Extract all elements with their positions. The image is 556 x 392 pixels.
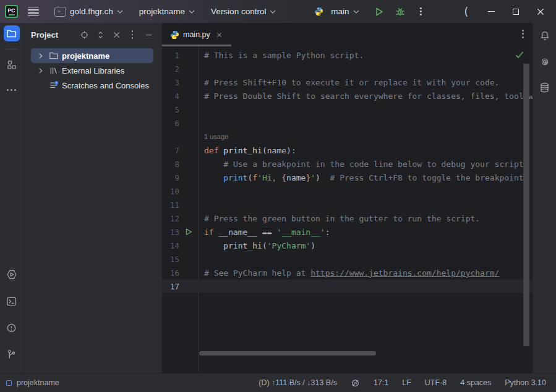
code-line-4[interactable]: 4# Press Double Shift to search everywhe…	[162, 89, 532, 103]
line-number[interactable]: 1	[162, 51, 179, 60]
line-number[interactable]: 12	[162, 214, 179, 223]
panel-options-button[interactable]	[127, 30, 137, 40]
horizontal-scrollbar[interactable]	[199, 351, 376, 356]
code-text[interactable]: # Press Double Shift to search everywher…	[198, 92, 532, 101]
collapse-all-button[interactable]	[111, 30, 121, 40]
line-number[interactable]: 7	[162, 146, 179, 155]
code-text[interactable]: # Press the green button in the gutter t…	[198, 214, 480, 223]
project-selector[interactable]: projektname	[135, 4, 199, 19]
inlay-hint-row[interactable]: 1 usage	[162, 130, 532, 143]
line-number[interactable]: 8	[162, 160, 179, 169]
file-encoding[interactable]: UTF-8	[425, 378, 447, 387]
line-number[interactable]: 4	[162, 92, 179, 101]
folder-icon	[49, 51, 59, 61]
vcs-menu[interactable]: Version control	[207, 4, 280, 19]
line-number[interactable]: 2	[162, 64, 179, 74]
code-text[interactable]: def print_hi(name):	[198, 146, 296, 155]
code-line-6[interactable]: 6	[162, 116, 532, 130]
minimize-button[interactable]	[482, 3, 500, 20]
line-number[interactable]: 9	[162, 173, 179, 182]
code-line-5[interactable]: 5	[162, 103, 532, 116]
code-line-1[interactable]: 1# This is a sample Python script.	[162, 48, 532, 62]
run-config-selector[interactable]: main	[327, 4, 362, 19]
panel-title: Project	[31, 30, 58, 40]
line-number[interactable]: 5	[162, 105, 179, 114]
tree-item-projektname[interactable]: projektname	[31, 48, 153, 63]
code-text[interactable]: # See PyCharm help at https://www.jetbra…	[198, 268, 499, 278]
database-button[interactable]	[537, 80, 553, 96]
tree-item-external-libraries[interactable]: External Libraries	[31, 63, 153, 78]
usage-inlay-hint[interactable]: 1 usage	[198, 133, 228, 140]
line-ending[interactable]: LF	[402, 378, 411, 387]
maximize-button[interactable]	[507, 3, 525, 20]
code-line-9[interactable]: 9 print(f'Hi, {name}') # Press Ctrl+F8 t…	[162, 171, 532, 184]
python-interpreter[interactable]: Python 3.10	[505, 378, 546, 387]
code-line-3[interactable]: 3# Press Shift+F10 to execute it or repl…	[162, 75, 532, 89]
right-tool-strip	[532, 23, 556, 373]
project-tree: projektname External Libraries Scratches…	[24, 46, 162, 93]
line-number[interactable]: 14	[162, 241, 179, 250]
tab-main-py[interactable]: main.py	[162, 23, 228, 46]
hide-panel-button[interactable]	[143, 30, 153, 40]
code-line-11[interactable]: 11	[162, 198, 532, 211]
statusbar-project-widget[interactable]: projektname	[6, 378, 59, 387]
indent-style[interactable]: 4 spaces	[460, 378, 491, 387]
code-line-12[interactable]: 12# Press the green button in the gutter…	[162, 211, 532, 225]
code-text[interactable]: # Use a breakpoint in the code line belo…	[198, 160, 528, 169]
crescent-icon[interactable]: (	[464, 6, 468, 18]
code-text[interactable]: if __name__ == '__main__':	[198, 228, 330, 237]
highlighting-level-button[interactable]	[351, 378, 360, 388]
ai-assistant-button[interactable]	[537, 54, 553, 70]
code-line-17[interactable]: 17	[162, 279, 532, 293]
close-button[interactable]	[531, 3, 550, 20]
tree-item-scratches[interactable]: Scratches and Consoles	[31, 78, 153, 93]
host-selector[interactable]: >_ gold.fhgr.ch	[51, 4, 127, 19]
pycharm-logo-icon: PC	[5, 5, 18, 18]
line-number[interactable]: 15	[162, 255, 179, 264]
project-tool-button[interactable]	[4, 25, 20, 41]
problems-tool-button[interactable]	[4, 320, 20, 336]
vcs-tool-button[interactable]	[4, 346, 20, 362]
more-tool-windows-button[interactable]	[4, 82, 20, 98]
locate-file-button[interactable]	[79, 30, 89, 40]
more-actions-kebab[interactable]	[413, 4, 430, 20]
line-number[interactable]: 6	[162, 119, 179, 128]
code-text[interactable]: print(f'Hi, {name}') # Press Ctrl+F8 to …	[198, 173, 528, 182]
code-line-2[interactable]: 2	[162, 62, 532, 75]
run-line-icon[interactable]	[179, 228, 198, 236]
title-bar: PC >_ gold.fhgr.ch projektname Version c…	[0, 0, 556, 23]
code-text[interactable]: # Press Shift+F10 to execute it or repla…	[198, 78, 499, 87]
notifications-button[interactable]	[537, 28, 553, 44]
expand-collapse-button[interactable]	[95, 30, 105, 40]
line-number[interactable]: 3	[162, 78, 179, 87]
code-line-16[interactable]: 16# See PyCharm help at https://www.jetb…	[162, 266, 532, 279]
code-line-7[interactable]: 7def print_hi(name):	[162, 143, 532, 157]
code-line-10[interactable]: 10	[162, 184, 532, 198]
close-icon	[537, 8, 544, 15]
line-number[interactable]: 16	[162, 268, 179, 278]
vertical-scrollbar[interactable]	[523, 64, 529, 346]
host-name: gold.fhgr.ch	[70, 7, 113, 16]
caret-position[interactable]: 17:1	[374, 378, 388, 387]
tab-close-button[interactable]	[216, 32, 222, 38]
inspections-ok-icon[interactable]	[515, 50, 524, 61]
run-button[interactable]	[370, 4, 388, 20]
code-editor[interactable]: 1# This is a sample Python script.23# Pr…	[162, 46, 532, 373]
network-stats[interactable]: (D) ↑111 B/s / ↓313 B/s	[259, 378, 337, 387]
code-line-15[interactable]: 15	[162, 252, 532, 266]
run-tool-button[interactable]	[4, 266, 20, 283]
main-menu-icon[interactable]	[28, 7, 39, 16]
editor-options-button[interactable]	[522, 30, 524, 38]
code-line-14[interactable]: 14 print_hi('PyCharm')	[162, 239, 532, 252]
line-number[interactable]: 10	[162, 187, 179, 196]
terminal-tool-button[interactable]	[4, 293, 20, 309]
line-number[interactable]: 13	[162, 228, 179, 237]
structure-tool-button[interactable]	[4, 57, 20, 73]
code-text[interactable]: print_hi('PyCharm')	[198, 241, 315, 250]
line-number[interactable]: 11	[162, 200, 179, 210]
code-text[interactable]: # This is a sample Python script.	[198, 51, 364, 60]
debug-button[interactable]	[391, 4, 409, 20]
code-line-8[interactable]: 8 # Use a breakpoint in the code line be…	[162, 157, 532, 171]
line-number[interactable]: 17	[162, 282, 179, 291]
code-line-13[interactable]: 13if __name__ == '__main__':	[162, 225, 532, 239]
